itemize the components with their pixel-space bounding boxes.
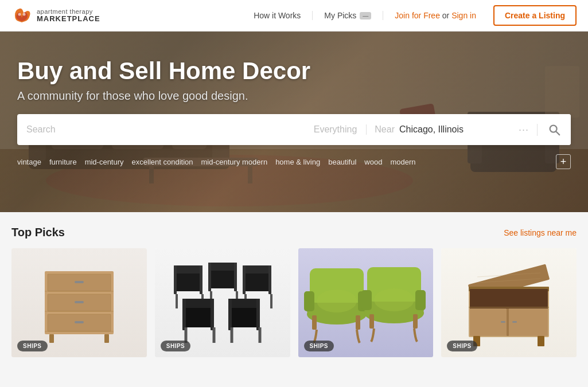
tag-furniture[interactable]: furniture bbox=[49, 158, 77, 166]
cabinet-illustration bbox=[457, 257, 560, 349]
location-options-icon[interactable]: ··· bbox=[519, 124, 529, 136]
svg-line-22 bbox=[556, 132, 559, 135]
svg-rect-53 bbox=[182, 306, 214, 327]
search-everything-label: Everything bbox=[314, 124, 357, 135]
logo-link[interactable]: apartment therapy MARKETPLACE bbox=[11, 5, 100, 26]
logo-text: apartment therapy MARKETPLACE bbox=[37, 8, 100, 23]
my-picks-badge: — bbox=[360, 12, 371, 19]
product-card-3[interactable]: SHIPS bbox=[298, 248, 434, 357]
tag-mid-century[interactable]: mid-century bbox=[85, 158, 124, 166]
svg-rect-35 bbox=[174, 271, 203, 291]
hero-tags-area: vintage furniture mid-century excellent … bbox=[0, 145, 588, 169]
hero-title: Buy and Sell Home Decor bbox=[17, 57, 571, 85]
svg-rect-30 bbox=[49, 334, 54, 343]
navbar: apartment therapy MARKETPLACE How it Wor… bbox=[0, 0, 588, 32]
svg-point-72 bbox=[317, 290, 357, 312]
chairs-illustration bbox=[165, 254, 280, 351]
hero-section: Buy and Sell Home Decor A community for … bbox=[0, 32, 588, 212]
search-input-area[interactable]: Everything bbox=[17, 124, 367, 135]
svg-rect-62 bbox=[256, 299, 260, 330]
or-text: or bbox=[442, 11, 449, 20]
svg-rect-55 bbox=[182, 299, 186, 330]
svg-rect-54 bbox=[182, 299, 214, 308]
hero-text-area: Buy and Sell Home Decor A community for … bbox=[0, 32, 588, 103]
near-label: Near bbox=[375, 124, 395, 135]
top-picks-title: Top Picks bbox=[11, 226, 65, 239]
more-tags-button[interactable]: + bbox=[556, 154, 571, 169]
svg-rect-49 bbox=[243, 265, 246, 294]
main-content: Top Picks See listings near me bbox=[0, 212, 588, 371]
top-picks-header: Top Picks See listings near me bbox=[11, 226, 577, 239]
hero-subtitle: A community for those who love good desi… bbox=[17, 89, 571, 103]
svg-rect-76 bbox=[361, 290, 372, 310]
search-bar: Everything Near ··· bbox=[17, 114, 571, 145]
tag-vintage[interactable]: vintage bbox=[17, 158, 41, 166]
logo-icon bbox=[11, 5, 32, 26]
product-card-4[interactable]: SHIPS bbox=[441, 248, 577, 357]
near-area: Near ··· bbox=[367, 124, 538, 136]
svg-rect-50 bbox=[268, 265, 271, 294]
tag-excellent-condition[interactable]: excellent condition bbox=[132, 158, 193, 166]
tag-wood[interactable]: wood bbox=[364, 158, 382, 166]
svg-point-0 bbox=[18, 13, 21, 16]
svg-rect-87 bbox=[507, 308, 509, 336]
svg-rect-48 bbox=[243, 265, 271, 273]
how-it-works-link[interactable]: How it Works bbox=[242, 11, 312, 20]
svg-rect-89 bbox=[512, 321, 517, 323]
see-listings-link[interactable]: See listings near me bbox=[504, 228, 577, 237]
join-signin-area: Join for Free or Sign in bbox=[383, 11, 488, 20]
tag-mid-century-modern[interactable]: mid-century modern bbox=[201, 158, 268, 166]
product-card-1[interactable]: SHIPS bbox=[11, 248, 147, 357]
svg-rect-60 bbox=[228, 299, 260, 308]
sign-in-link[interactable]: Sign in bbox=[451, 11, 476, 20]
svg-rect-59 bbox=[228, 306, 260, 327]
svg-rect-44 bbox=[234, 263, 237, 291]
svg-rect-91 bbox=[538, 336, 544, 346]
svg-rect-27 bbox=[75, 281, 84, 283]
ships-badge-3: SHIPS bbox=[304, 341, 334, 351]
search-button[interactable] bbox=[538, 114, 571, 145]
armchairs-illustration bbox=[299, 251, 431, 354]
svg-rect-47 bbox=[243, 271, 271, 291]
svg-rect-71 bbox=[356, 315, 360, 330]
ships-badge-2: SHIPS bbox=[161, 341, 191, 351]
ships-badge-4: SHIPS bbox=[447, 341, 477, 351]
svg-rect-68 bbox=[304, 291, 314, 311]
ships-badge-1: SHIPS bbox=[17, 341, 48, 351]
svg-rect-78 bbox=[369, 314, 374, 329]
tag-home-living[interactable]: home & living bbox=[275, 158, 320, 166]
svg-rect-77 bbox=[415, 290, 426, 310]
svg-rect-61 bbox=[228, 299, 232, 330]
svg-point-1 bbox=[23, 13, 26, 16]
join-free-link[interactable]: Join for Free bbox=[395, 11, 440, 20]
search-icon bbox=[548, 123, 560, 136]
svg-rect-36 bbox=[174, 265, 203, 273]
svg-rect-79 bbox=[413, 314, 418, 329]
svg-rect-38 bbox=[200, 265, 203, 294]
search-input[interactable] bbox=[26, 124, 309, 135]
svg-rect-41 bbox=[208, 268, 237, 288]
svg-rect-31 bbox=[104, 334, 109, 343]
product-grid: SHIPS bbox=[11, 248, 577, 357]
svg-rect-88 bbox=[501, 321, 505, 323]
my-picks-label: My Picks bbox=[324, 11, 356, 20]
svg-rect-29 bbox=[75, 321, 84, 323]
tag-beautiful[interactable]: beautiful bbox=[328, 158, 356, 166]
logo-bottom-text: MARKETPLACE bbox=[37, 15, 100, 23]
dresser-illustration bbox=[33, 260, 125, 346]
svg-rect-28 bbox=[75, 301, 84, 303]
svg-point-80 bbox=[374, 288, 414, 311]
tag-modern[interactable]: modern bbox=[390, 158, 415, 166]
location-input[interactable] bbox=[399, 124, 514, 135]
svg-rect-70 bbox=[312, 315, 317, 330]
product-card-2[interactable]: SHIPS bbox=[155, 248, 290, 357]
svg-rect-42 bbox=[208, 263, 237, 271]
svg-rect-84 bbox=[470, 289, 548, 309]
nav-links: How it Works My Picks — Join for Free or… bbox=[242, 5, 577, 26]
svg-rect-56 bbox=[211, 299, 214, 330]
create-listing-button[interactable]: Create a Listing bbox=[493, 5, 577, 26]
svg-rect-37 bbox=[174, 265, 177, 294]
svg-rect-43 bbox=[208, 263, 211, 291]
my-picks-nav[interactable]: My Picks — bbox=[312, 11, 383, 20]
